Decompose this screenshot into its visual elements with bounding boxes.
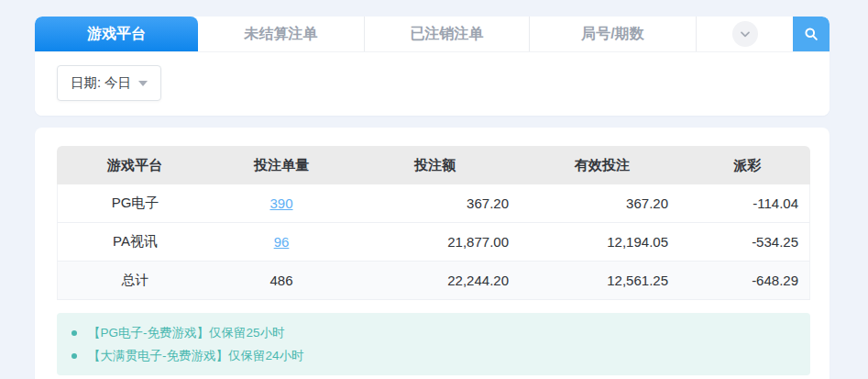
- filter-card: 游戏平台 未结算注单 已注销注单 局号/期数: [35, 17, 830, 116]
- tab-round-period[interactable]: 局号/期数: [530, 17, 697, 51]
- search-icon: [802, 25, 820, 43]
- cell-valid-bet: 367.20: [520, 184, 685, 223]
- cell-valid-bet: 12,194.05: [520, 223, 685, 262]
- tab-bar: 游戏平台 未结算注单 已注销注单 局号/期数: [35, 17, 830, 52]
- header-bet-count: 投注单量: [213, 146, 350, 184]
- table-row: PG电子 390 367.20 367.20 -114.04: [57, 184, 810, 223]
- cell-total-valid-bet: 12,561.25: [520, 262, 685, 300]
- chevron-down-icon: [738, 27, 753, 41]
- caret-down-icon: [138, 81, 148, 86]
- date-filter-dropdown[interactable]: 日期: 今日: [57, 65, 161, 101]
- cell-total-label: 总计: [57, 262, 213, 300]
- tab-game-platform[interactable]: 游戏平台: [35, 17, 198, 51]
- cell-bet-amount: 367.20: [350, 184, 520, 223]
- header-game-platform: 游戏平台: [57, 146, 213, 184]
- cell-payout: -114.04: [685, 184, 810, 223]
- cell-bet-count: 390: [213, 184, 350, 223]
- bullet-dot-icon: [71, 353, 77, 359]
- cell-platform: PA视讯: [57, 223, 213, 262]
- tab-unsettled-bets[interactable]: 未结算注单: [198, 17, 365, 51]
- cell-total-bet-count: 486: [213, 262, 350, 300]
- platform-report-table: 游戏平台 投注单量 投注额 有效投注 派彩 PG电子 390 367.20 36…: [57, 146, 810, 300]
- filter-row: 日期: 今日: [35, 52, 830, 116]
- note-text: 【PG电子-免费游戏】仅保留25小时: [88, 325, 285, 341]
- bullet-dot-icon: [71, 330, 77, 336]
- header-valid-bet: 有效投注: [520, 146, 685, 184]
- cell-bet-amount: 21,877.00: [350, 223, 520, 262]
- cell-platform: PG电子: [57, 184, 213, 223]
- tab-cancelled-bets[interactable]: 已注销注单: [365, 17, 530, 51]
- note-line: 【大满贯电子-免费游戏】仅保留24小时: [71, 344, 796, 367]
- search-button[interactable]: [793, 17, 830, 51]
- bet-count-link[interactable]: 390: [269, 195, 292, 211]
- table-header-row: 游戏平台 投注单量 投注额 有效投注 派彩: [57, 146, 810, 184]
- bet-count-link[interactable]: 96: [274, 234, 290, 250]
- report-card: 游戏平台 投注单量 投注额 有效投注 派彩 PG电子 390 367.20 36…: [35, 128, 830, 379]
- header-payout: 派彩: [685, 146, 810, 184]
- header-bet-amount: 投注额: [350, 146, 520, 184]
- table-row: PA视讯 96 21,877.00 12,194.05 -534.25: [57, 223, 810, 262]
- note-line: 【PG电子-免费游戏】仅保留25小时: [71, 321, 796, 344]
- cell-payout: -534.25: [685, 223, 810, 262]
- tabs-expand-button[interactable]: [732, 21, 758, 47]
- note-text: 【大满贯电子-免费游戏】仅保留24小时: [88, 348, 304, 364]
- page: 游戏平台 未结算注单 已注销注单 局号/期数: [0, 0, 868, 379]
- cell-bet-count: 96: [213, 223, 350, 262]
- date-filter-label: 日期: 今日: [71, 74, 131, 92]
- tab-overflow-area: [697, 17, 793, 51]
- cell-total-payout: -648.29: [685, 262, 810, 300]
- table-total-row: 总计 486 22,244.20 12,561.25 -648.29: [57, 262, 810, 300]
- retention-notes: 【PG电子-免费游戏】仅保留25小时 【大满贯电子-免费游戏】仅保留24小时: [57, 313, 810, 375]
- cell-total-bet-amount: 22,244.20: [350, 262, 520, 300]
